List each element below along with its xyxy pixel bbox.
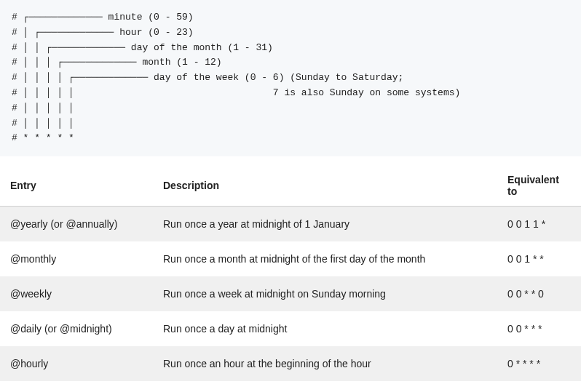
cell-description: Run once a day at midnight (153, 311, 497, 346)
header-description: Description (153, 165, 497, 207)
cron-syntax-diagram: # ┌───────────── minute (0 - 59) # │ ┌──… (0, 0, 581, 156)
cell-entry: @monthly (0, 241, 153, 276)
table-row: @monthly Run once a month at midnight of… (0, 241, 581, 276)
header-equivalent: Equivalent to (497, 165, 581, 207)
cell-equivalent: 0 0 1 * * (497, 241, 581, 276)
cell-equivalent: 0 0 * * * (497, 311, 581, 346)
table-body: @yearly (or @annually) Run once a year a… (0, 207, 581, 382)
table-row: @yearly (or @annually) Run once a year a… (0, 207, 581, 242)
cell-entry: @weekly (0, 276, 153, 311)
cell-description: Run once an hour at the beginning of the… (153, 346, 497, 381)
header-entry: Entry (0, 165, 153, 207)
cell-description: Run once a week at midnight on Sunday mo… (153, 276, 497, 311)
cell-equivalent: 0 0 1 1 * (497, 207, 581, 242)
cell-entry: @hourly (0, 346, 153, 381)
table-row: @weekly Run once a week at midnight on S… (0, 276, 581, 311)
cron-shortcuts-table: Entry Description Equivalent to @yearly … (0, 165, 581, 381)
table-row: @hourly Run once an hour at the beginnin… (0, 346, 581, 381)
cell-entry: @daily (or @midnight) (0, 311, 153, 346)
cell-description: Run once a month at midnight of the firs… (153, 241, 497, 276)
cell-description: Run once a year at midnight of 1 January (153, 207, 497, 242)
cell-equivalent: 0 0 * * 0 (497, 276, 581, 311)
cell-entry: @yearly (or @annually) (0, 207, 153, 242)
cell-equivalent: 0 * * * * (497, 346, 581, 381)
table-row: @daily (or @midnight) Run once a day at … (0, 311, 581, 346)
